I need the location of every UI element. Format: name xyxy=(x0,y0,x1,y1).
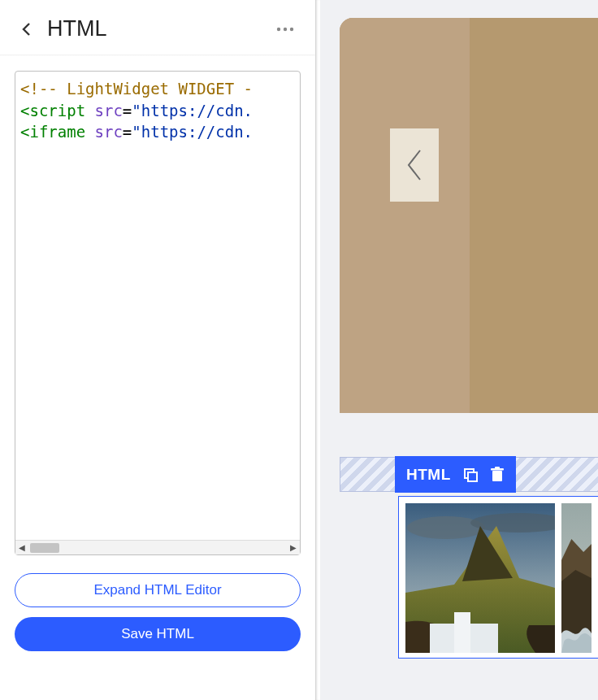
widget-type-label: HTML xyxy=(406,466,451,484)
hero-section xyxy=(340,18,598,413)
gallery-thumbnail[interactable] xyxy=(561,503,592,653)
scroll-left-arrow[interactable]: ◀ xyxy=(15,541,28,554)
panel-header: HTML xyxy=(0,0,315,54)
svg-rect-7 xyxy=(495,467,500,469)
widget-toolbar: HTML xyxy=(395,456,516,493)
expand-editor-button[interactable]: Expand HTML Editor xyxy=(15,573,301,607)
html-code-editor[interactable]: <!-- LightWidget WIDGET - <script src="h… xyxy=(15,71,301,555)
save-html-button[interactable]: Save HTML xyxy=(15,617,301,651)
html-editor-panel: HTML <!-- LightWidget WIDGET - <script s… xyxy=(0,0,315,700)
copy-icon xyxy=(462,467,479,483)
svg-point-0 xyxy=(277,27,280,30)
panel-title: HTML xyxy=(47,16,107,41)
scrollbar-thumb[interactable] xyxy=(30,543,59,553)
back-button[interactable] xyxy=(18,20,36,38)
svg-rect-5 xyxy=(492,471,502,481)
duplicate-widget-button[interactable] xyxy=(462,467,479,483)
scroll-right-arrow[interactable]: ▶ xyxy=(287,541,300,554)
code-content[interactable]: <!-- LightWidget WIDGET - <script src="h… xyxy=(15,72,300,540)
svg-point-1 xyxy=(284,27,287,30)
trash-icon xyxy=(490,467,505,483)
scrollbar-track[interactable] xyxy=(28,543,287,553)
html-widget-selection[interactable]: HTML xyxy=(340,457,598,670)
landscape-image-icon xyxy=(405,503,555,653)
svg-point-2 xyxy=(290,27,293,30)
more-horizontal-icon xyxy=(276,27,294,32)
gallery-thumbnail[interactable] xyxy=(405,503,555,653)
svg-rect-4 xyxy=(468,472,477,481)
horizontal-scrollbar[interactable]: ◀ ▶ xyxy=(15,540,300,554)
landscape-image-icon xyxy=(561,503,592,653)
chevron-left-icon xyxy=(21,22,32,37)
chevron-left-icon xyxy=(402,146,427,185)
carousel-prev-button[interactable] xyxy=(390,128,439,202)
more-options-button[interactable] xyxy=(273,17,297,41)
widget-content-frame[interactable] xyxy=(398,496,598,659)
delete-widget-button[interactable] xyxy=(490,467,505,483)
preview-canvas: HTML xyxy=(320,0,598,700)
svg-rect-12 xyxy=(454,612,470,653)
